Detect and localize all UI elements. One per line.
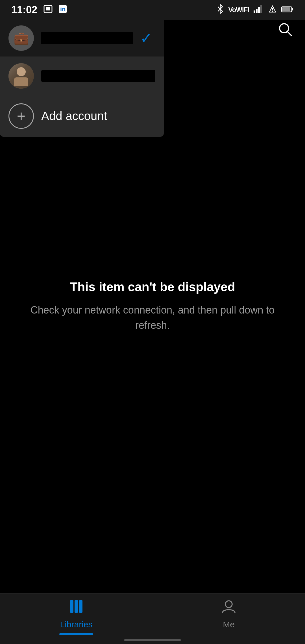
- search-icon: [278, 22, 293, 40]
- svg-rect-18: [79, 600, 82, 613]
- svg-rect-16: [70, 600, 73, 613]
- vowifi-icon: VoWIFI: [228, 6, 249, 14]
- svg-point-10: [272, 11, 273, 12]
- add-account-label: Add account: [41, 109, 107, 123]
- bluetooth-icon: [217, 4, 224, 16]
- linkedin-icon: in: [58, 5, 67, 16]
- nav-active-indicator: [59, 633, 93, 635]
- svg-text:in: in: [60, 6, 66, 13]
- svg-line-15: [287, 31, 291, 36]
- avatar-photo: [8, 63, 34, 89]
- selected-checkmark-icon: ✓: [140, 30, 152, 47]
- libraries-icon: [69, 599, 84, 617]
- svg-rect-13: [282, 7, 290, 11]
- sim-icon: [43, 5, 53, 15]
- svg-point-19: [225, 601, 232, 608]
- account-item-personal[interactable]: [0, 56, 164, 95]
- add-account-row[interactable]: + Add account: [0, 95, 164, 137]
- plus-icon: +: [17, 109, 25, 123]
- status-time: 11:02: [11, 4, 37, 16]
- error-title: This item can't be displayed: [70, 280, 235, 294]
- briefcase-icon: 💼: [14, 31, 29, 45]
- work-avatar: 💼: [8, 25, 34, 51]
- bottom-nav: Libraries Me: [0, 593, 305, 644]
- signal-icon: [254, 5, 264, 15]
- person-icon: [221, 599, 236, 617]
- search-button[interactable]: [274, 20, 297, 42]
- svg-rect-17: [75, 600, 78, 613]
- work-account-name-redacted: [41, 32, 133, 44]
- svg-rect-1: [46, 7, 50, 10]
- battery-icon: [281, 5, 294, 15]
- account-item-work[interactable]: 💼 ✓: [0, 20, 164, 56]
- personal-account-email-redacted: [41, 70, 155, 82]
- add-account-icon: +: [8, 103, 34, 129]
- libraries-label: Libraries: [60, 620, 92, 629]
- svg-rect-6: [256, 9, 258, 13]
- svg-rect-12: [292, 8, 293, 10]
- home-indicator: [124, 639, 181, 641]
- me-label: Me: [223, 620, 235, 629]
- svg-rect-5: [254, 10, 255, 13]
- status-bar: 11:02 in: [0, 0, 305, 20]
- svg-rect-8: [260, 5, 262, 13]
- account-dropdown: 💼 ✓ + Add account: [0, 20, 164, 137]
- network-icon: [268, 5, 277, 15]
- nav-item-libraries[interactable]: Libraries: [0, 599, 152, 635]
- error-message: Check your network connection, and then …: [0, 303, 305, 333]
- svg-rect-7: [258, 7, 260, 13]
- personal-avatar: [8, 63, 34, 89]
- nav-item-me[interactable]: Me: [152, 599, 305, 629]
